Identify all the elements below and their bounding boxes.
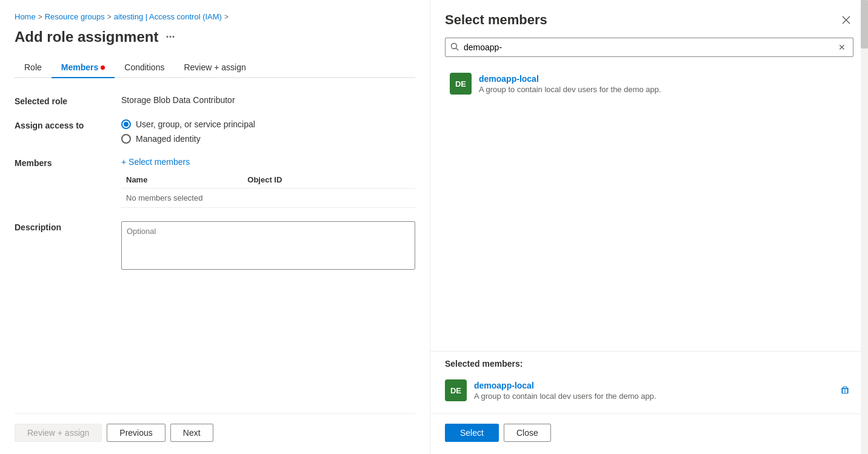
review-assign-button[interactable]: Review + assign	[15, 424, 102, 442]
close-button[interactable]: Close	[504, 424, 551, 442]
results-list: DE demoapp-local A group to contain loca…	[430, 67, 868, 351]
delete-icon	[840, 386, 850, 395]
result-desc-0: A group to contain local dev users for t…	[479, 85, 849, 94]
members-table: Name Object ID No members selected	[121, 172, 415, 208]
form-section: Selected role Storage Blob Data Contribu…	[15, 95, 415, 406]
assign-access-options: User, group, or service principal Manage…	[121, 119, 415, 144]
radio-managed-identity-circle[interactable]	[121, 134, 131, 144]
tab-review-assign[interactable]: Review + assign	[174, 58, 255, 78]
radio-user-group-circle[interactable]	[121, 119, 131, 129]
selected-section: Selected members: DE demoapp-local A gro…	[430, 351, 868, 413]
select-members-link[interactable]: + Select members	[121, 157, 415, 167]
select-button[interactable]: Select	[445, 424, 499, 442]
tab-role[interactable]: Role	[15, 58, 52, 78]
selected-role-label: Selected role	[15, 95, 112, 106]
table-row-empty: No members selected	[121, 189, 415, 208]
assign-access-label: Assign access to	[15, 119, 112, 130]
svg-point-2	[452, 43, 457, 48]
description-value	[121, 221, 415, 272]
result-name-0[interactable]: demoapp-local	[479, 74, 849, 84]
scrollbar-thumb[interactable]	[861, 0, 868, 48]
members-label: Members	[15, 157, 112, 168]
selected-role-value: Storage Blob Data Contributor	[121, 95, 415, 105]
scrollbar-track[interactable]	[861, 0, 868, 454]
radio-user-group[interactable]: User, group, or service principal	[121, 119, 415, 129]
radio-managed-identity-label: Managed identity	[136, 134, 201, 144]
panel-header: Select members	[430, 12, 868, 38]
selected-role-row: Selected role Storage Blob Data Contribu…	[15, 95, 415, 106]
tab-conditions[interactable]: Conditions	[115, 58, 174, 78]
breadcrumb-sep3: >	[224, 13, 229, 21]
breadcrumb: Home > Resource groups > aitesting | Acc…	[15, 12, 415, 21]
right-panel: Select members ✕ DE demoapp-local A grou…	[430, 0, 868, 454]
close-panel-button[interactable]	[839, 13, 853, 27]
result-avatar-0: DE	[450, 73, 472, 95]
tab-members[interactable]: Members	[52, 58, 115, 78]
col-object-id: Object ID	[242, 172, 415, 189]
breadcrumb-home[interactable]: Home	[15, 12, 36, 21]
close-icon	[841, 15, 851, 25]
description-textarea[interactable]	[121, 221, 415, 270]
page-title: Add role assignment	[15, 28, 158, 45]
bottom-bar: Review + assign Previous Next	[15, 413, 415, 454]
breadcrumb-sep1: >	[38, 13, 42, 21]
breadcrumb-aitesting[interactable]: aitesting | Access control (IAM)	[114, 12, 222, 21]
col-name: Name	[121, 172, 242, 189]
delete-selected-member-button[interactable]	[836, 383, 853, 398]
no-members-text: No members selected	[121, 189, 415, 208]
page-more-options[interactable]: ···	[165, 31, 175, 44]
search-box: ✕	[445, 38, 853, 57]
svg-rect-6	[844, 389, 845, 393]
members-value: + Select members Name Object ID No membe…	[121, 157, 415, 208]
left-panel: Home > Resource groups > aitesting | Acc…	[0, 0, 430, 454]
selected-item-0: DE demoapp-local A group to contain loca…	[445, 375, 853, 406]
breadcrumb-resource-groups[interactable]: Resource groups	[45, 12, 105, 21]
previous-button[interactable]: Previous	[107, 424, 165, 442]
search-icon	[450, 42, 459, 53]
radio-group: User, group, or service principal Manage…	[121, 119, 415, 144]
search-input[interactable]	[464, 38, 831, 56]
radio-user-group-label: User, group, or service principal	[136, 119, 255, 129]
tab-bar: Role Members Conditions Review + assign	[15, 58, 415, 78]
members-required-dot	[101, 65, 105, 70]
panel-bottom: Select Close	[430, 413, 868, 454]
description-row: Description	[15, 221, 415, 272]
radio-managed-identity[interactable]: Managed identity	[121, 134, 415, 144]
members-row: Members + Select members Name Object ID …	[15, 157, 415, 208]
selected-members-label: Selected members:	[445, 359, 853, 369]
result-item-0[interactable]: DE demoapp-local A group to contain loca…	[445, 67, 853, 101]
page-title-row: Add role assignment ···	[15, 28, 415, 45]
selected-item-info-0: demoapp-local A group to contain local d…	[474, 381, 829, 401]
result-info-0: demoapp-local A group to contain local d…	[479, 74, 849, 94]
assign-access-row: Assign access to User, group, or service…	[15, 119, 415, 144]
next-button[interactable]: Next	[170, 424, 213, 442]
selected-item-name-0[interactable]: demoapp-local	[474, 381, 829, 390]
breadcrumb-sep2: >	[107, 13, 112, 21]
panel-title: Select members	[445, 12, 547, 28]
selected-item-desc-0: A group to contain local dev users for t…	[474, 392, 829, 401]
svg-line-3	[456, 48, 459, 50]
selected-avatar-0: DE	[445, 379, 467, 401]
search-clear-button[interactable]: ✕	[836, 41, 848, 53]
description-label: Description	[15, 221, 112, 232]
